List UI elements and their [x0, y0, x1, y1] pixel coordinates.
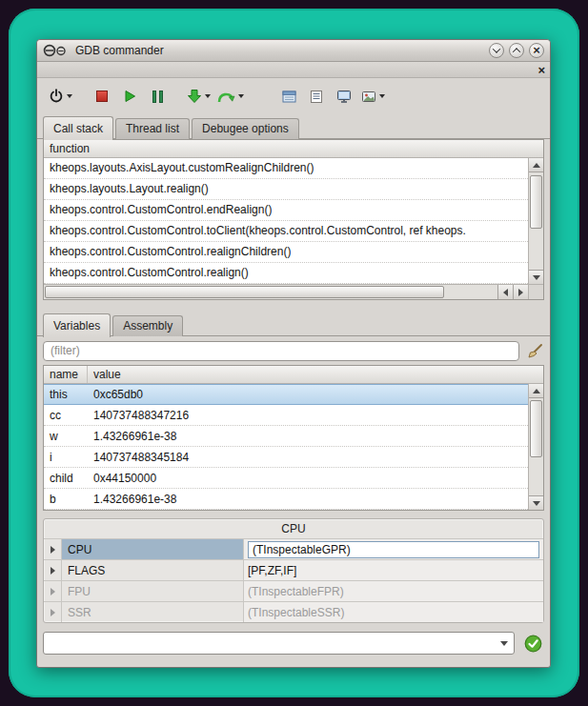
tab-call-stack[interactable]: Call stack	[43, 116, 113, 140]
monitor-button[interactable]	[332, 83, 356, 110]
command-combobox[interactable]	[43, 632, 515, 655]
callstack-row[interactable]: kheops.control.CustomControl.realignChil…	[44, 242, 528, 263]
callstack-row[interactable]: kheops.control.CustomControl.endRealign(…	[44, 200, 528, 221]
filter-input[interactable]	[43, 341, 519, 361]
scroll-track[interactable]	[44, 285, 497, 299]
scroll-up-button[interactable]	[529, 384, 543, 398]
variable-name: this	[44, 388, 88, 401]
step-over-button[interactable]	[215, 83, 246, 110]
cpu-row-value[interactable]: (TInspectableFPR)	[244, 581, 543, 601]
expand-arrow-icon	[51, 588, 55, 595]
variable-row[interactable]: w 1.43266961e-38	[44, 426, 528, 447]
command-input[interactable]	[46, 634, 493, 653]
variable-name: cc	[44, 409, 88, 422]
arrow-up-icon	[533, 389, 540, 393]
expand-button[interactable]	[44, 546, 61, 554]
cpu-value-editor[interactable]: (TInspectableGPR)	[248, 541, 539, 558]
variable-name: child	[44, 472, 88, 485]
arrow-right-icon	[518, 289, 523, 296]
callstack-header[interactable]: function	[44, 140, 543, 158]
list-button[interactable]	[304, 83, 329, 110]
cpu-row[interactable]: FPU (TInspectableFPR)	[44, 580, 543, 601]
tab-variables[interactable]: Variables	[43, 313, 111, 337]
stop-button[interactable]	[90, 83, 114, 110]
variable-row[interactable]: this 0xc65db0	[44, 384, 528, 405]
view-button[interactable]	[359, 83, 387, 110]
screenshot-frame: GDB commander × ×	[9, 9, 579, 697]
callstack-vscrollbar[interactable]	[528, 158, 543, 284]
cpu-row-value: (TInspectableGPR)	[244, 539, 543, 559]
cpu-row-value[interactable]: [PF,ZF,IF]	[244, 560, 543, 580]
tab-debugee-options[interactable]: Debugee options	[192, 118, 299, 139]
cpu-row[interactable]: FLAGS [PF,ZF,IF]	[44, 559, 543, 580]
callstack-rows: kheops.layouts.AxisLayout.customRealignC…	[44, 158, 528, 284]
column-function[interactable]: function	[44, 140, 95, 157]
column-name[interactable]: name	[44, 366, 88, 383]
scroll-thumb[interactable]	[530, 175, 542, 229]
scroll-track[interactable]	[529, 398, 543, 495]
dropdown-arrow-icon	[205, 94, 211, 98]
callstack-row[interactable]: kheops.control.CustomControl.realign()	[44, 263, 528, 284]
pause-button[interactable]	[145, 83, 170, 110]
docs-icon	[282, 90, 296, 104]
expand-button[interactable]	[44, 567, 61, 575]
variable-row[interactable]: b 1.43266961e-38	[44, 489, 528, 510]
scroll-track[interactable]	[529, 172, 543, 270]
variables-header: name value	[44, 366, 543, 384]
scrollbar-corner	[528, 285, 543, 299]
cpu-row[interactable]: SSR (TInspectableSSR)	[44, 601, 543, 622]
run-button[interactable]	[117, 83, 142, 110]
scroll-right-button[interactable]	[513, 285, 528, 299]
variable-row[interactable]: cc 140737488347216	[44, 405, 528, 426]
step-into-button[interactable]	[185, 83, 213, 110]
cpu-row[interactable]: CPU (TInspectableGPR)	[44, 538, 543, 559]
cpu-row-name[interactable]: FPU	[61, 581, 244, 601]
callstack-hscrollbar[interactable]	[44, 284, 543, 299]
cpu-row-value[interactable]: (TInspectableSSR)	[244, 602, 543, 622]
dock-header[interactable]: ×	[37, 62, 550, 78]
arrow-down-icon	[533, 501, 540, 506]
run-icon	[123, 90, 136, 103]
maximize-button[interactable]	[509, 43, 524, 58]
cpu-row-name[interactable]: SSR	[61, 602, 244, 622]
titlebar[interactable]: GDB commander ×	[37, 40, 550, 62]
expand-arrow-icon	[51, 546, 55, 554]
callstack-tabbar: Call stack Thread list Debugee options	[37, 114, 550, 139]
callstack-row[interactable]: kheops.layouts.AxisLayout.customRealignC…	[44, 158, 528, 179]
cpu-row-name[interactable]: CPU	[61, 539, 244, 559]
close-icon: ×	[533, 44, 540, 56]
scroll-thumb[interactable]	[45, 286, 444, 298]
splitter[interactable]	[37, 300, 550, 312]
app-icon[interactable]	[43, 44, 70, 57]
scroll-thumb[interactable]	[530, 400, 542, 457]
callstack-row[interactable]: kheops.control.CustomControl.toClient(kh…	[44, 221, 528, 242]
scroll-down-button[interactable]	[529, 495, 543, 510]
minimize-button[interactable]	[489, 43, 504, 58]
callstack-panel: function kheops.layouts.AxisLayout.custo…	[43, 139, 544, 300]
callstack-row[interactable]: kheops.layouts.Layout.realign()	[44, 179, 528, 200]
scroll-up-button[interactable]	[529, 158, 543, 172]
cpu-row-name[interactable]: FLAGS	[61, 560, 244, 580]
variable-row[interactable]: i 140737488345184	[44, 447, 528, 468]
variables-panel: name value this 0xc65db0 cc 140737488347…	[43, 365, 544, 511]
variable-row[interactable]: child 0x44150000	[44, 468, 528, 489]
clear-filter-button[interactable]	[525, 341, 544, 360]
column-value[interactable]: value	[88, 366, 543, 383]
variables-tabbar: Variables Assembly	[37, 312, 550, 336]
scroll-left-button[interactable]	[497, 285, 513, 299]
close-button[interactable]: ×	[529, 43, 544, 58]
dock-close-button[interactable]: ×	[537, 64, 545, 76]
variables-vscrollbar[interactable]	[528, 384, 543, 510]
scroll-down-button[interactable]	[529, 270, 543, 284]
tab-thread-list[interactable]: Thread list	[115, 118, 190, 139]
cpu-groupbox: CPU CPU (TInspectableGPR) FLAGS [PF,ZF,I…	[43, 518, 544, 623]
combo-dropdown-button[interactable]	[495, 633, 514, 654]
arrow-down-icon	[500, 641, 508, 646]
expand-button[interactable]	[44, 609, 61, 616]
execute-button[interactable]	[523, 634, 542, 653]
docs-button[interactable]	[276, 83, 301, 110]
power-button[interactable]	[47, 83, 74, 110]
variable-name: w	[44, 430, 88, 443]
expand-button[interactable]	[44, 588, 61, 595]
tab-assembly[interactable]: Assembly	[112, 315, 183, 336]
